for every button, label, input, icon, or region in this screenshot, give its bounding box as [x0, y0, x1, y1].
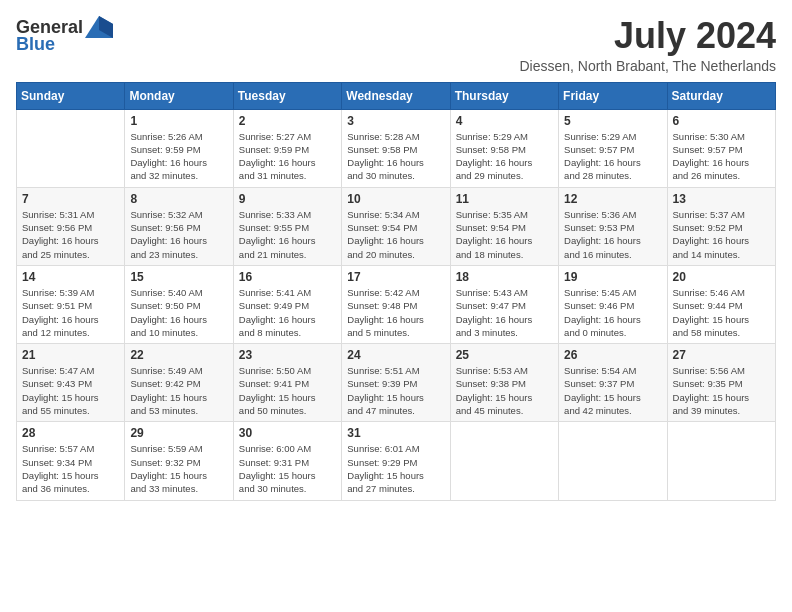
day-number: 2 — [239, 114, 336, 128]
day-number: 29 — [130, 426, 227, 440]
calendar-cell: 28Sunrise: 5:57 AM Sunset: 9:34 PM Dayli… — [17, 422, 125, 500]
calendar-week-row: 28Sunrise: 5:57 AM Sunset: 9:34 PM Dayli… — [17, 422, 776, 500]
calendar-cell: 8Sunrise: 5:32 AM Sunset: 9:56 PM Daylig… — [125, 187, 233, 265]
calendar-cell: 27Sunrise: 5:56 AM Sunset: 9:35 PM Dayli… — [667, 344, 775, 422]
calendar-cell: 20Sunrise: 5:46 AM Sunset: 9:44 PM Dayli… — [667, 265, 775, 343]
day-info: Sunrise: 5:28 AM Sunset: 9:58 PM Dayligh… — [347, 130, 444, 183]
calendar-cell: 23Sunrise: 5:50 AM Sunset: 9:41 PM Dayli… — [233, 344, 341, 422]
day-info: Sunrise: 5:53 AM Sunset: 9:38 PM Dayligh… — [456, 364, 553, 417]
day-number: 24 — [347, 348, 444, 362]
day-info: Sunrise: 5:26 AM Sunset: 9:59 PM Dayligh… — [130, 130, 227, 183]
day-number: 26 — [564, 348, 661, 362]
calendar-cell: 7Sunrise: 5:31 AM Sunset: 9:56 PM Daylig… — [17, 187, 125, 265]
calendar-cell: 9Sunrise: 5:33 AM Sunset: 9:55 PM Daylig… — [233, 187, 341, 265]
day-info: Sunrise: 5:57 AM Sunset: 9:34 PM Dayligh… — [22, 442, 119, 495]
day-number: 25 — [456, 348, 553, 362]
day-info: Sunrise: 5:45 AM Sunset: 9:46 PM Dayligh… — [564, 286, 661, 339]
day-number: 11 — [456, 192, 553, 206]
calendar-cell: 16Sunrise: 5:41 AM Sunset: 9:49 PM Dayli… — [233, 265, 341, 343]
day-info: Sunrise: 5:34 AM Sunset: 9:54 PM Dayligh… — [347, 208, 444, 261]
calendar-cell: 6Sunrise: 5:30 AM Sunset: 9:57 PM Daylig… — [667, 109, 775, 187]
calendar-cell: 15Sunrise: 5:40 AM Sunset: 9:50 PM Dayli… — [125, 265, 233, 343]
day-number: 10 — [347, 192, 444, 206]
logo-blue: Blue — [16, 34, 55, 55]
calendar-cell: 14Sunrise: 5:39 AM Sunset: 9:51 PM Dayli… — [17, 265, 125, 343]
day-info: Sunrise: 5:54 AM Sunset: 9:37 PM Dayligh… — [564, 364, 661, 417]
calendar-week-row: 21Sunrise: 5:47 AM Sunset: 9:43 PM Dayli… — [17, 344, 776, 422]
calendar-cell — [559, 422, 667, 500]
day-info: Sunrise: 5:49 AM Sunset: 9:42 PM Dayligh… — [130, 364, 227, 417]
calendar-week-row: 14Sunrise: 5:39 AM Sunset: 9:51 PM Dayli… — [17, 265, 776, 343]
weekday-header: Tuesday — [233, 82, 341, 109]
day-info: Sunrise: 5:40 AM Sunset: 9:50 PM Dayligh… — [130, 286, 227, 339]
day-info: Sunrise: 5:32 AM Sunset: 9:56 PM Dayligh… — [130, 208, 227, 261]
day-number: 7 — [22, 192, 119, 206]
calendar-cell: 22Sunrise: 5:49 AM Sunset: 9:42 PM Dayli… — [125, 344, 233, 422]
day-number: 18 — [456, 270, 553, 284]
calendar-cell: 26Sunrise: 5:54 AM Sunset: 9:37 PM Dayli… — [559, 344, 667, 422]
calendar-cell: 25Sunrise: 5:53 AM Sunset: 9:38 PM Dayli… — [450, 344, 558, 422]
day-info: Sunrise: 5:50 AM Sunset: 9:41 PM Dayligh… — [239, 364, 336, 417]
calendar-cell: 3Sunrise: 5:28 AM Sunset: 9:58 PM Daylig… — [342, 109, 450, 187]
day-number: 6 — [673, 114, 770, 128]
day-info: Sunrise: 5:47 AM Sunset: 9:43 PM Dayligh… — [22, 364, 119, 417]
weekday-header: Sunday — [17, 82, 125, 109]
day-number: 22 — [130, 348, 227, 362]
calendar-week-row: 7Sunrise: 5:31 AM Sunset: 9:56 PM Daylig… — [17, 187, 776, 265]
day-info: Sunrise: 5:29 AM Sunset: 9:58 PM Dayligh… — [456, 130, 553, 183]
day-info: Sunrise: 5:29 AM Sunset: 9:57 PM Dayligh… — [564, 130, 661, 183]
day-info: Sunrise: 5:46 AM Sunset: 9:44 PM Dayligh… — [673, 286, 770, 339]
day-info: Sunrise: 5:30 AM Sunset: 9:57 PM Dayligh… — [673, 130, 770, 183]
day-info: Sunrise: 5:56 AM Sunset: 9:35 PM Dayligh… — [673, 364, 770, 417]
day-number: 3 — [347, 114, 444, 128]
calendar-cell — [450, 422, 558, 500]
day-number: 8 — [130, 192, 227, 206]
day-number: 9 — [239, 192, 336, 206]
day-number: 4 — [456, 114, 553, 128]
day-info: Sunrise: 5:36 AM Sunset: 9:53 PM Dayligh… — [564, 208, 661, 261]
day-number: 1 — [130, 114, 227, 128]
day-info: Sunrise: 5:51 AM Sunset: 9:39 PM Dayligh… — [347, 364, 444, 417]
day-number: 21 — [22, 348, 119, 362]
location: Diessen, North Brabant, The Netherlands — [519, 58, 776, 74]
calendar-table: SundayMondayTuesdayWednesdayThursdayFrid… — [16, 82, 776, 501]
calendar-cell: 18Sunrise: 5:43 AM Sunset: 9:47 PM Dayli… — [450, 265, 558, 343]
day-number: 13 — [673, 192, 770, 206]
calendar-cell — [17, 109, 125, 187]
day-info: Sunrise: 5:59 AM Sunset: 9:32 PM Dayligh… — [130, 442, 227, 495]
weekday-header: Wednesday — [342, 82, 450, 109]
day-number: 14 — [22, 270, 119, 284]
calendar-cell: 5Sunrise: 5:29 AM Sunset: 9:57 PM Daylig… — [559, 109, 667, 187]
day-info: Sunrise: 5:37 AM Sunset: 9:52 PM Dayligh… — [673, 208, 770, 261]
calendar-cell: 19Sunrise: 5:45 AM Sunset: 9:46 PM Dayli… — [559, 265, 667, 343]
day-number: 30 — [239, 426, 336, 440]
day-number: 15 — [130, 270, 227, 284]
weekday-header: Thursday — [450, 82, 558, 109]
day-info: Sunrise: 5:35 AM Sunset: 9:54 PM Dayligh… — [456, 208, 553, 261]
day-info: Sunrise: 5:41 AM Sunset: 9:49 PM Dayligh… — [239, 286, 336, 339]
calendar-cell: 10Sunrise: 5:34 AM Sunset: 9:54 PM Dayli… — [342, 187, 450, 265]
day-number: 5 — [564, 114, 661, 128]
weekday-header: Friday — [559, 82, 667, 109]
day-number: 23 — [239, 348, 336, 362]
day-number: 17 — [347, 270, 444, 284]
day-info: Sunrise: 5:43 AM Sunset: 9:47 PM Dayligh… — [456, 286, 553, 339]
calendar-cell: 1Sunrise: 5:26 AM Sunset: 9:59 PM Daylig… — [125, 109, 233, 187]
weekday-header: Saturday — [667, 82, 775, 109]
page-header: General Blue July 2024 Diessen, North Br… — [16, 16, 776, 74]
calendar-header-row: SundayMondayTuesdayWednesdayThursdayFrid… — [17, 82, 776, 109]
calendar-cell: 12Sunrise: 5:36 AM Sunset: 9:53 PM Dayli… — [559, 187, 667, 265]
day-number: 28 — [22, 426, 119, 440]
weekday-header: Monday — [125, 82, 233, 109]
day-info: Sunrise: 5:39 AM Sunset: 9:51 PM Dayligh… — [22, 286, 119, 339]
calendar-cell: 30Sunrise: 6:00 AM Sunset: 9:31 PM Dayli… — [233, 422, 341, 500]
day-info: Sunrise: 5:33 AM Sunset: 9:55 PM Dayligh… — [239, 208, 336, 261]
day-info: Sunrise: 6:00 AM Sunset: 9:31 PM Dayligh… — [239, 442, 336, 495]
logo-icon — [85, 16, 113, 38]
day-number: 12 — [564, 192, 661, 206]
day-number: 31 — [347, 426, 444, 440]
calendar-week-row: 1Sunrise: 5:26 AM Sunset: 9:59 PM Daylig… — [17, 109, 776, 187]
month-year: July 2024 — [519, 16, 776, 56]
day-number: 27 — [673, 348, 770, 362]
calendar-cell: 11Sunrise: 5:35 AM Sunset: 9:54 PM Dayli… — [450, 187, 558, 265]
